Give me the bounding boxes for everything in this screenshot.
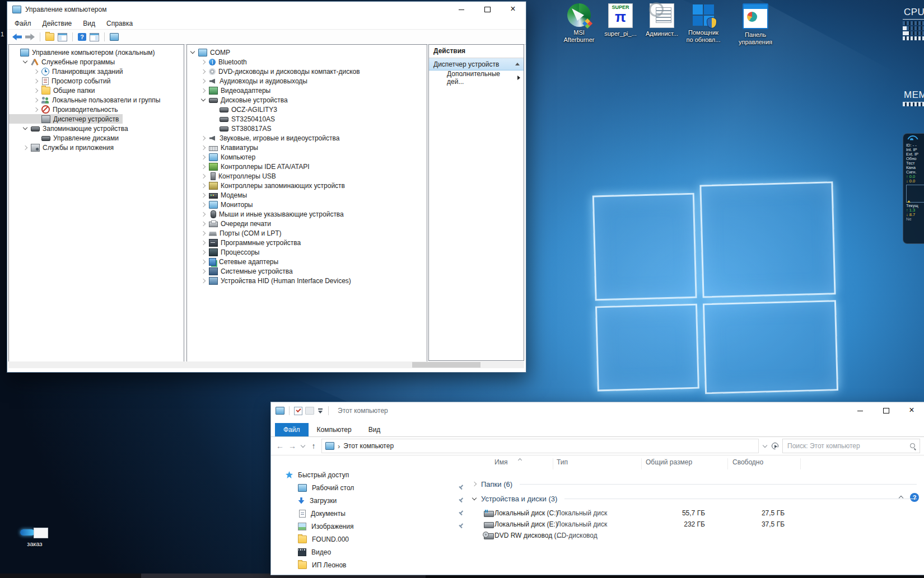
chevron-icon[interactable] bbox=[200, 77, 207, 84]
qat-blank-icon[interactable] bbox=[305, 407, 314, 415]
chevron-icon[interactable] bbox=[200, 87, 207, 94]
chevron-icon[interactable] bbox=[200, 201, 207, 208]
chevron-icon[interactable] bbox=[200, 220, 207, 227]
chevron-icon[interactable] bbox=[200, 153, 207, 161]
desktop-icon[interactable]: Админист... bbox=[643, 3, 681, 46]
cm-tree-item[interactable]: Общие папки bbox=[9, 86, 99, 95]
ribbon-tab[interactable]: Файл bbox=[275, 423, 309, 436]
recent-locations-icon[interactable] bbox=[300, 443, 306, 449]
console-window-icon[interactable] bbox=[110, 33, 119, 41]
show-action-pane-icon[interactable] bbox=[90, 33, 99, 41]
menu-item[interactable]: Вид bbox=[77, 18, 101, 29]
sidebar-item[interactable]: FOUND.000 bbox=[271, 533, 470, 546]
minimize-button[interactable] bbox=[847, 402, 873, 419]
chevron-icon[interactable] bbox=[200, 182, 207, 189]
chevron-icon[interactable] bbox=[22, 144, 29, 151]
sidebar-item[interactable]: Рабочий стол bbox=[271, 481, 470, 494]
chevron-icon[interactable] bbox=[200, 258, 207, 265]
sidebar-item[interactable]: Видео bbox=[271, 546, 470, 558]
sidebar-item[interactable]: Изображения bbox=[271, 520, 470, 533]
cm-tree-item[interactable]: Локальные пользователи и группы bbox=[9, 95, 164, 105]
desktop-icon[interactable]: Панель управления bbox=[736, 3, 774, 46]
device-tree-item[interactable]: Процессоры bbox=[187, 247, 264, 257]
device-tree-item[interactable]: Мыши и иные указывающие устройства bbox=[187, 209, 348, 219]
export-list-icon[interactable] bbox=[58, 33, 67, 41]
cm-tree-item[interactable]: Производительность bbox=[9, 105, 122, 114]
cm-tree-item[interactable]: Управление компьютером (локальным) bbox=[9, 48, 159, 57]
toolbar-separator[interactable] bbox=[289, 406, 290, 415]
cm-tree-item[interactable]: Службы и приложения bbox=[9, 143, 118, 152]
cm-tree-item[interactable]: Планировщик заданий bbox=[9, 67, 127, 76]
cm-tree-item[interactable]: Просмотр событий bbox=[9, 76, 114, 86]
back-icon[interactable] bbox=[12, 33, 22, 41]
chevron-icon[interactable] bbox=[200, 58, 207, 65]
titlebar-computer-icon[interactable] bbox=[276, 407, 284, 415]
file-row[interactable]: Локальный диск (C:) Локальный диск 55,7 … bbox=[470, 507, 924, 519]
toolbar-separator[interactable] bbox=[104, 32, 105, 41]
chevron-icon[interactable] bbox=[32, 87, 40, 94]
device-tree-item[interactable]: Очереди печати bbox=[187, 219, 275, 228]
device-tree-item[interactable]: Компьютер bbox=[187, 152, 259, 162]
chevron-icon[interactable] bbox=[200, 248, 207, 256]
address-dropdown-icon[interactable] bbox=[762, 443, 768, 449]
qat-checkbox-icon[interactable] bbox=[294, 407, 302, 415]
device-tree-item[interactable]: ST380817AS bbox=[187, 124, 275, 133]
toolbar-separator[interactable] bbox=[72, 32, 73, 41]
chevron-icon[interactable] bbox=[22, 125, 29, 132]
menu-item[interactable]: Справка bbox=[101, 18, 138, 29]
device-tree-item[interactable]: Модемы bbox=[187, 190, 251, 200]
maximize-button[interactable] bbox=[873, 402, 899, 419]
column-header-free[interactable]: Свободно bbox=[732, 458, 763, 466]
title-bar[interactable]: Этот компьютер bbox=[271, 402, 924, 419]
toolbar-separator[interactable] bbox=[328, 406, 329, 415]
chevron-icon[interactable] bbox=[200, 229, 207, 237]
chevron-icon[interactable] bbox=[200, 144, 207, 151]
device-tree-item[interactable]: Контроллеры запоминающих устройств bbox=[187, 181, 349, 190]
ribbon-tab[interactable]: Вид bbox=[360, 423, 389, 436]
collapse-icon[interactable] bbox=[515, 63, 520, 65]
close-button[interactable] bbox=[899, 402, 924, 419]
chevron-icon[interactable] bbox=[200, 277, 207, 284]
cm-tree-item[interactable]: Служебные программы bbox=[9, 57, 119, 67]
device-tree-item[interactable]: Клавиатуры bbox=[187, 143, 262, 152]
menu-item[interactable]: Действие bbox=[37, 18, 78, 29]
device-tree-item[interactable]: DVD-дисководы и дисководы компакт-дисков bbox=[187, 67, 364, 76]
device-tree-item[interactable]: Системные устройства bbox=[187, 266, 297, 276]
search-icon[interactable] bbox=[909, 443, 916, 449]
chevron-icon[interactable] bbox=[32, 77, 40, 84]
column-header-type[interactable]: Тип bbox=[557, 458, 568, 466]
device-tree-item[interactable]: Аудиовходы и аудиовыходы bbox=[187, 76, 311, 86]
file-row[interactable]: Локальный диск (E:) Локальный диск 232 Г… bbox=[470, 519, 924, 530]
title-bar[interactable]: Управление компьютером bbox=[7, 2, 526, 17]
chevron-icon[interactable] bbox=[200, 172, 207, 180]
device-tree-item[interactable]: Устройства HID (Human Interface Devices) bbox=[187, 276, 355, 285]
qat-dropdown-icon[interactable] bbox=[317, 407, 324, 414]
maximize-button[interactable] bbox=[474, 2, 500, 17]
minimize-button[interactable] bbox=[449, 2, 474, 17]
up-button[interactable]: ↑ bbox=[309, 441, 318, 450]
chevron-icon[interactable] bbox=[200, 163, 207, 170]
device-tree-item[interactable]: Дисковые устройства bbox=[187, 95, 292, 105]
device-tree-item[interactable]: ST3250410AS bbox=[187, 114, 279, 124]
ribbon-tab[interactable]: Компьютер bbox=[309, 423, 360, 436]
chevron-icon[interactable] bbox=[32, 96, 40, 104]
device-tree-item[interactable]: Контроллеры IDE ATA/ATAPI bbox=[187, 162, 314, 171]
chevron-icon[interactable] bbox=[471, 481, 478, 488]
column-header-size[interactable]: Общий размер bbox=[646, 458, 692, 466]
chevron-icon[interactable] bbox=[471, 495, 478, 502]
close-button[interactable] bbox=[500, 2, 526, 17]
device-tree-item[interactable]: Программные устройства bbox=[187, 238, 305, 247]
scrollbar-thumb[interactable] bbox=[412, 362, 480, 368]
chevron-icon[interactable] bbox=[200, 210, 207, 218]
device-tree-item[interactable]: Звуковые, игровые и видеоустройства bbox=[187, 133, 343, 143]
chevron-icon[interactable] bbox=[200, 96, 207, 104]
network-gadget[interactable]: ID: - -Int. IPExt. IPОбноТестКанаСигн.↑ … bbox=[903, 133, 924, 244]
column-header-name[interactable]: Имя bbox=[494, 458, 507, 466]
chevron-icon[interactable] bbox=[200, 134, 207, 142]
device-tree-item[interactable]: COMP bbox=[187, 48, 234, 57]
forward-icon[interactable] bbox=[25, 33, 35, 41]
desktop-icon[interactable]: super_pi_... bbox=[601, 3, 640, 46]
sidebar-item[interactable]: Быстрый доступ bbox=[271, 468, 470, 481]
chevron-icon[interactable] bbox=[189, 49, 197, 56]
search-input[interactable] bbox=[786, 441, 906, 450]
